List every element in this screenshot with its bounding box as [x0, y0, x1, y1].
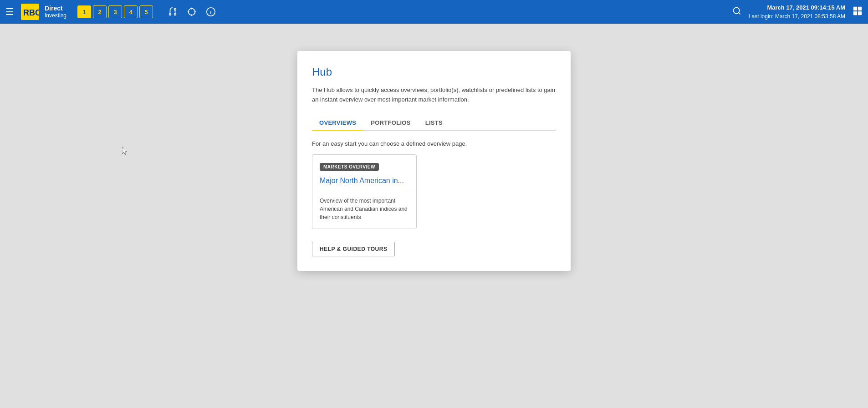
navbar: ☰ RBC Direct Investing 1 2 3 4 5	[0, 0, 868, 24]
svg-point-6	[189, 9, 195, 15]
overview-card[interactable]: MARKETS OVERVIEW Major North American in…	[312, 154, 417, 230]
rbc-logo[interactable]: RBC	[21, 4, 39, 20]
hub-modal: Hub The Hub allows to quickly access ove…	[297, 51, 571, 271]
card-badge: MARKETS OVERVIEW	[320, 163, 379, 171]
svg-point-3	[174, 9, 176, 10]
navbar-right: March 17, 2021 09:14:15 AM Last login: M…	[732, 3, 863, 20]
svg-text:RBC: RBC	[23, 8, 39, 17]
card-divider	[320, 191, 409, 191]
nav-icons	[168, 7, 216, 17]
hub-description: The Hub allows to quickly access overvie…	[312, 86, 556, 105]
branch-icon[interactable]	[168, 7, 178, 17]
datetime-block: March 17, 2021 09:14:15 AM Last login: M…	[749, 3, 845, 20]
main-area: Hub The Hub allows to quickly access ove…	[0, 24, 868, 408]
mouse-cursor	[122, 147, 129, 156]
svg-rect-17	[858, 6, 862, 10]
hamburger-icon[interactable]: ☰	[5, 6, 14, 17]
nav-tab-4[interactable]: 4	[124, 5, 138, 18]
last-login: Last login: March 17, 2021 08:53:58 AM	[749, 12, 845, 20]
svg-rect-19	[858, 11, 862, 15]
nav-tabs: 1 2 3 4 5	[77, 5, 153, 18]
svg-line-15	[739, 12, 740, 14]
svg-point-4	[174, 14, 176, 15]
help-guided-tours-button[interactable]: HELP & GUIDED TOURS	[312, 242, 395, 256]
tab-portfolios[interactable]: PORTFOLIOS	[363, 116, 418, 131]
nav-tab-3[interactable]: 3	[108, 5, 122, 18]
main-datetime: March 17, 2021 09:14:15 AM	[749, 3, 845, 12]
tab-overviews[interactable]: OVERVIEWS	[312, 116, 363, 131]
grid-menu-icon[interactable]	[853, 6, 863, 18]
svg-rect-16	[853, 6, 857, 10]
nav-tab-5[interactable]: 5	[139, 5, 153, 18]
nav-tab-2[interactable]: 2	[93, 5, 107, 18]
svg-rect-18	[853, 11, 857, 15]
hub-title: Hub	[312, 66, 556, 78]
nav-tab-1[interactable]: 1	[77, 5, 91, 18]
navbar-left: ☰ RBC Direct Investing 1 2 3 4 5	[5, 4, 216, 20]
info-icon[interactable]	[206, 7, 216, 17]
hub-subtitle: For an easy start you can choose a defin…	[312, 140, 556, 147]
svg-point-14	[733, 7, 739, 13]
card-title: Major North American in...	[320, 176, 409, 186]
crosshair-icon[interactable]	[187, 7, 197, 17]
search-icon[interactable]	[732, 6, 741, 18]
brand-text: Direct Investing	[45, 5, 66, 19]
card-description: Overview of the most important American …	[320, 197, 409, 221]
tab-lists[interactable]: LISTS	[418, 116, 450, 131]
hub-tabs: OVERVIEWS PORTFOLIOS LISTS	[312, 116, 556, 131]
svg-point-2	[169, 14, 171, 15]
